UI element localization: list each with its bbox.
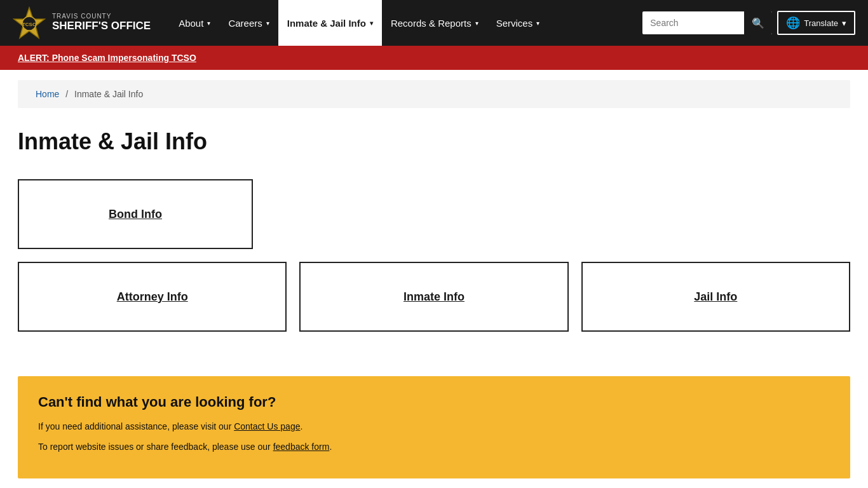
contact-us-link[interactable]: Contact Us page <box>234 421 300 431</box>
dept-name: SHERIFF'S OFFICE <box>52 20 151 32</box>
logo-link[interactable]: TCSO TRAVIS COUNTY SHERIFF'S OFFICE <box>13 6 151 39</box>
breadcrumb-home[interactable]: Home <box>36 89 59 99</box>
chevron-down-icon: ▾ <box>266 20 269 27</box>
card-jail-info-label: Jail Info <box>681 278 750 316</box>
cta-line2: To report website issues or share feedba… <box>38 440 830 454</box>
card-inmate-info-label: Inmate Info <box>391 278 477 316</box>
main-nav: TCSO TRAVIS COUNTY SHERIFF'S OFFICE Abou… <box>0 0 868 46</box>
chevron-down-icon: ▾ <box>370 20 373 27</box>
chevron-down-icon: ▾ <box>842 18 846 28</box>
nav-item-services[interactable]: Services ▾ <box>487 0 549 46</box>
cta-line1: If you need additional assistance, pleas… <box>38 419 830 433</box>
chevron-down-icon: ▾ <box>207 20 210 27</box>
agency-name: TRAVIS COUNTY <box>52 13 151 20</box>
page-title: Inmate & Jail Info <box>0 118 868 173</box>
card-jail-info[interactable]: Jail Info <box>581 262 850 332</box>
card-bond-info-label: Bond Info <box>96 195 175 234</box>
search-button[interactable]: 🔍 <box>744 11 772 34</box>
svg-text:TCSO: TCSO <box>22 22 36 27</box>
card-inmate-info[interactable]: Inmate Info <box>299 262 568 332</box>
logo-badge-icon: TCSO <box>13 6 46 39</box>
nav-item-inmate-jail-info[interactable]: Inmate & Jail Info ▾ <box>278 0 382 46</box>
breadcrumb-separator: / <box>65 89 68 99</box>
breadcrumb: Home / Inmate & Jail Info <box>36 89 832 99</box>
cta-heading: Can't find what you are looking for? <box>38 394 830 410</box>
chevron-down-icon: ▾ <box>475 20 478 27</box>
translate-button[interactable]: 🌐 Translate ▾ <box>777 11 855 35</box>
nav-item-about[interactable]: About ▾ <box>170 0 219 46</box>
chevron-down-icon: ▾ <box>536 20 539 27</box>
breadcrumb-wrapper: Home / Inmate & Jail Info <box>18 80 850 108</box>
alert-bar: ALERT: Phone Scam Impersonating TCSO <box>0 46 868 70</box>
search-input[interactable] <box>642 13 744 33</box>
card-bond-info[interactable]: Bond Info <box>18 179 253 249</box>
nav-items: About ▾ Careers ▾ Inmate & Jail Info ▾ R… <box>170 0 642 46</box>
feedback-form-link[interactable]: feedback form <box>273 442 330 452</box>
cards-section: Bond Info Attorney Info Inmate Info Jail… <box>0 173 868 370</box>
nav-item-careers[interactable]: Careers ▾ <box>219 0 278 46</box>
alert-link[interactable]: ALERT: Phone Scam Impersonating TCSO <box>18 53 196 63</box>
card-attorney-info-label: Attorney Info <box>104 278 201 316</box>
cards-row1-spacer <box>266 179 850 249</box>
cards-row-2: Attorney Info Inmate Info Jail Info <box>18 262 850 332</box>
card-attorney-info[interactable]: Attorney Info <box>18 262 287 332</box>
nav-item-records-reports[interactable]: Records & Reports ▾ <box>382 0 487 46</box>
search-box: 🔍 <box>642 11 772 34</box>
globe-icon: 🌐 <box>786 16 800 30</box>
cta-box: Can't find what you are looking for? If … <box>18 376 850 478</box>
search-icon: 🔍 <box>752 17 764 29</box>
cards-row-1: Bond Info <box>18 179 850 249</box>
breadcrumb-current: Inmate & Jail Info <box>74 89 143 99</box>
nav-search-area: 🔍 🌐 Translate ▾ <box>642 11 855 35</box>
